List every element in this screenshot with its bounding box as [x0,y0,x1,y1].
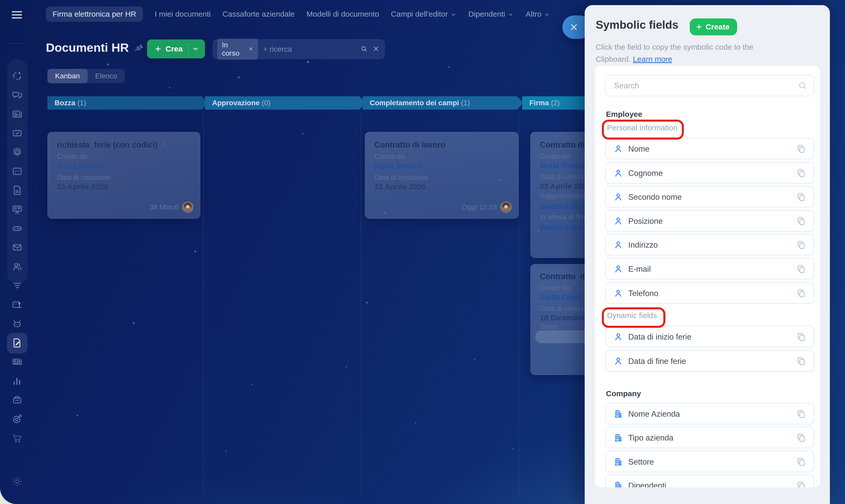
field-row-telefono[interactable]: Telefono [605,282,814,304]
news-feed-icon[interactable] [11,108,23,120]
field-label: Dipendenti [628,481,666,487]
archive-icon[interactable] [11,394,23,406]
awaiting-signature-link[interactable]: Beatrice Ricci [540,223,589,232]
task-check-icon[interactable] [11,127,23,139]
created-by-label: Creato da [57,152,87,161]
field-row-settore[interactable]: Settore [605,451,814,472]
column-header-bozza[interactable]: Bozza(1) [48,96,208,110]
creation-date-value: 23 Aprile 2026 [374,182,426,191]
robot-icon[interactable] [11,318,23,329]
learn-more-link[interactable]: Learn more [633,55,672,63]
column-header-approvazione[interactable]: Approvazione(0) [205,96,366,110]
field-row-indirizzo[interactable]: Indirizzo [605,234,814,255]
copy-icon[interactable] [796,192,806,202]
nav-label: Campi dell'editor [391,10,448,18]
settings-gear-icon[interactable] [11,475,23,487]
document-card-contratto-lavoro[interactable]: Contratto di lavoro Creato da Maria Ross… [365,132,518,219]
create-field-button[interactable]: Create [690,18,737,35]
field-row-email[interactable]: E-mail [605,258,814,280]
remove-filter-icon[interactable] [248,46,253,52]
mail-icon[interactable] [11,241,23,253]
created-by-link[interactable]: Maria Rossini [57,162,105,170]
field-row-dipendenti[interactable]: Dipendenti [605,474,814,487]
copy-icon[interactable] [796,409,806,419]
plus-icon [154,45,162,53]
created-by-link[interactable]: Maria Rossini [540,161,588,170]
created-by-link[interactable]: Maria Rossini [374,162,423,170]
column-name: Firma [529,99,549,107]
nav-modelli[interactable]: Modelli di documento [306,10,379,18]
view-toggle: Kanban Elenco [48,69,125,83]
field-row-cognome[interactable]: Cognome [605,162,814,184]
person-icon [613,192,623,202]
field-label: Telefono [628,289,658,298]
avatar[interactable] [182,201,193,213]
page-title-text: Documenti HR [46,40,129,55]
field-row-posizione[interactable]: Posizione [605,210,814,232]
panel-search-input[interactable] [613,75,789,96]
building-icon [613,481,623,487]
field-label: Posizione [628,217,663,226]
copy-icon[interactable] [796,216,806,226]
copy-icon[interactable] [796,481,806,487]
signature-document-icon[interactable] [11,337,23,349]
field-label: Nome Azienda [628,410,680,419]
calendar-icon[interactable] [11,165,23,177]
copy-icon[interactable] [796,433,806,443]
search-icon[interactable] [360,45,368,53]
board-search-input[interactable] [263,45,360,54]
field-row-secondo-nome[interactable]: Secondo nome [605,186,814,208]
pin-icon[interactable] [134,42,144,53]
copy-icon[interactable] [796,240,806,250]
field-row-data-fine-ferie[interactable]: Data di fine ferie [605,350,814,372]
nav-dipendenti[interactable]: Dipendenti [468,10,514,18]
copy-icon[interactable] [796,288,806,298]
nav-miei-documenti[interactable]: I miei documenti [155,10,211,18]
share-network-icon[interactable] [11,70,23,82]
nav-firma-elettronica[interactable]: Firma elettronica per HR [46,6,143,22]
filter-chip-in-corso[interactable]: In corso [217,38,258,60]
document-icon[interactable] [11,184,23,196]
drive-icon[interactable] [11,222,23,234]
field-row-tipo-azienda[interactable]: Tipo azienda [605,427,814,448]
nav-altro[interactable]: Altro [526,10,550,18]
symbolic-fields-panel: Symbolic fields Create Click the field t… [585,5,830,504]
filter-icon[interactable] [11,280,23,291]
presentation-icon[interactable] [11,203,23,215]
copy-icon[interactable] [796,356,806,366]
create-button-label: Crea [165,44,183,53]
column-name: Approvazione [212,99,260,107]
column-header-completamento[interactable]: Completamento dei campi(1) [363,96,524,110]
bar-chart-icon[interactable] [11,375,23,387]
view-toggle-elenco[interactable]: Elenco [88,69,125,83]
avatar[interactable] [500,201,512,213]
chat-icon[interactable] [11,89,23,101]
hamburger-menu-icon[interactable] [11,9,23,19]
copy-icon[interactable] [796,457,806,467]
field-row-nome[interactable]: Nome [605,138,814,159]
nav-label: I miei documenti [155,10,211,18]
create-document-button[interactable]: Crea [147,39,205,58]
chevron-down-icon[interactable] [192,46,199,52]
field-row-nome-azienda[interactable]: Nome Azienda [605,403,814,424]
view-toggle-kanban[interactable]: Kanban [48,69,88,83]
column-count: (1) [77,99,86,107]
representative-link[interactable]: Beatrice Ricci [540,202,589,211]
created-by-link[interactable]: Stella Conti [540,293,581,302]
copy-icon[interactable] [796,168,806,178]
schedule-icon[interactable] [11,299,23,311]
person-icon [613,332,623,342]
copy-icon[interactable] [796,264,806,274]
clear-search-icon[interactable] [372,45,380,53]
id-card-icon[interactable] [11,356,23,368]
field-row-data-inizio-ferie[interactable]: Data di inizio ferie [605,326,814,347]
target-icon[interactable] [11,413,23,425]
shopping-cart-icon[interactable] [11,432,23,444]
nav-cassaforte[interactable]: Cassaforte aziendale [223,10,295,18]
document-card-richiesta-ferie[interactable]: richiesta_ferie (con codici) Creato da M… [48,132,200,219]
hexagon-icon[interactable] [11,146,23,158]
nav-campi-editor[interactable]: Campi dell'editor [391,10,457,18]
users-icon[interactable] [11,261,23,272]
copy-icon[interactable] [796,144,806,154]
copy-icon[interactable] [796,332,806,342]
